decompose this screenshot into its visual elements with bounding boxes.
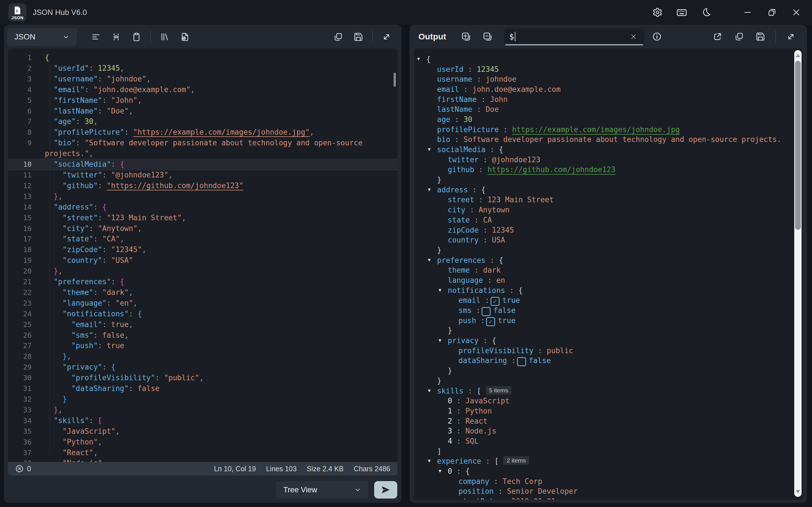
scrollbar-thumb[interactable] (795, 61, 801, 230)
tree-row: ▼dataSharing :false (414, 356, 803, 366)
tree-row: ▼socialMedia : { (414, 145, 803, 155)
tree-value: [ (477, 387, 481, 395)
search-value: $ (509, 32, 514, 41)
editor-scrollbar[interactable] (394, 73, 396, 87)
tree-value: { (518, 286, 523, 295)
editor-line: 11 "twitter": "@johndoe123", (8, 170, 398, 180)
tree-key: 0 (448, 397, 452, 405)
expand-all-icon[interactable] (457, 28, 475, 45)
compress-icon[interactable] (107, 28, 125, 46)
editor-line: 2 "userId": 12345, (8, 63, 398, 74)
colon: : (479, 156, 492, 164)
checkbox-unchecked-icon[interactable] (481, 307, 491, 316)
tree-row: ▼firstName : John (414, 94, 803, 105)
save-input-icon[interactable] (350, 28, 367, 46)
cursor-position: Ln 10, Col 19 (214, 465, 256, 473)
expand-editor-icon[interactable] (378, 28, 395, 46)
line-number: 21 (8, 277, 39, 287)
tree-row: ▼} (414, 376, 803, 386)
tree-row: ▼lastName : Doe (414, 104, 803, 114)
colon: : (477, 95, 490, 104)
tree-row: ▼email : john.doe@example.com (414, 84, 803, 94)
jsonpath-search-input[interactable]: $ (504, 29, 644, 45)
char-count: Chars 2486 (354, 465, 390, 473)
copy-input-icon[interactable] (329, 28, 347, 46)
editor-line: 31 "dataSharing": false (8, 383, 398, 394)
expander-icon[interactable]: ▼ (438, 288, 448, 293)
scroll-down-icon[interactable] (794, 487, 802, 496)
tree-key: userId (437, 65, 463, 73)
line-number: 16 (8, 223, 39, 234)
checkbox-unchecked-icon[interactable] (517, 357, 526, 366)
share-icon[interactable] (709, 28, 726, 45)
line-number: 26 (8, 330, 39, 341)
colon: : (480, 296, 489, 304)
clear-search-icon[interactable] (628, 31, 639, 42)
tree-row: ▼push :✓true (414, 316, 803, 326)
tree-row: ▼4 : SQL (414, 436, 803, 446)
tree-value-link[interactable]: https://example.com/images/johndoe.jpg (512, 125, 680, 134)
editor-line: 23 "language": "en", (8, 298, 398, 309)
colon: : (499, 125, 512, 134)
tree-value: false (493, 306, 515, 315)
editor-line: 35 "JavaScript", (8, 426, 398, 437)
library-icon[interactable] (156, 28, 173, 46)
colon: : (452, 397, 465, 405)
expander-icon[interactable]: ▼ (427, 187, 437, 193)
view-mode-selector[interactable]: Tree View (276, 481, 368, 499)
theme-toggle-button[interactable] (697, 4, 715, 21)
tree-row: ▼city : Anytown (414, 205, 803, 215)
tree-row: ▼} (414, 175, 803, 185)
line-number: 34 (8, 415, 39, 426)
info-icon[interactable] (648, 28, 666, 45)
expander-icon[interactable]: ▼ (416, 56, 426, 62)
expander-icon[interactable]: ▼ (427, 388, 437, 394)
colon: : (494, 487, 507, 496)
toolbar-divider (372, 31, 373, 43)
colon: : (507, 356, 516, 365)
language-selector[interactable]: JSON (7, 28, 77, 46)
format-icon[interactable] (87, 28, 105, 46)
minimize-button[interactable] (739, 4, 757, 21)
export-file-icon[interactable] (176, 28, 194, 46)
tree-scrollbar[interactable] (794, 50, 802, 497)
colon: : (472, 105, 486, 114)
window-title: JSON Hub V6.0 (33, 8, 87, 17)
tree-row: ▼github : https://github.com/johndoe123 (414, 165, 803, 175)
expander-icon[interactable]: ▼ (427, 458, 437, 464)
colon: : (486, 256, 499, 265)
tree-key: experience (437, 457, 481, 465)
send-button[interactable] (374, 481, 397, 499)
editor-line: 22 "theme": "dark", (8, 287, 398, 298)
expander-icon[interactable]: ▼ (427, 147, 437, 152)
checkbox-checked-icon[interactable]: ✓ (486, 317, 495, 326)
expander-icon[interactable]: ▼ (427, 258, 437, 263)
editor-panel: JSON 1{2 "u (4, 25, 402, 503)
line-number: 32 (8, 394, 39, 405)
expander-icon[interactable]: ▼ (438, 468, 448, 474)
tree-value: en (496, 276, 505, 284)
json-editor[interactable]: 1{2 "userId": 12345,3 "username": "johnd… (8, 48, 398, 462)
tree-key: sms (458, 306, 472, 315)
checkbox-checked-icon[interactable]: ✓ (491, 297, 500, 306)
scroll-up-icon[interactable] (794, 51, 802, 60)
tree-key: zipCode (448, 226, 479, 234)
paste-icon[interactable] (128, 28, 145, 46)
tree-value-link[interactable]: https://github.com/johndoe123 (488, 165, 615, 174)
copy-output-icon[interactable] (730, 28, 748, 45)
expand-output-icon[interactable] (782, 28, 800, 45)
tree-value: public (547, 346, 573, 355)
collapse-all-icon[interactable] (479, 28, 496, 45)
colon: : (481, 457, 495, 465)
expander-icon[interactable]: ▼ (438, 338, 448, 343)
restore-button[interactable] (763, 4, 781, 21)
settings-button[interactable] (649, 4, 666, 21)
tree-row: ▼language : en (414, 275, 803, 285)
save-output-icon[interactable] (752, 28, 769, 45)
keyboard-button[interactable] (673, 4, 691, 21)
line-number: 4 (8, 84, 39, 95)
tree-row: ▼email :✓true (414, 295, 803, 305)
tree-value: 12345 (492, 226, 514, 234)
close-button[interactable] (787, 4, 805, 21)
tree-value: @johndoe123 (492, 156, 541, 164)
